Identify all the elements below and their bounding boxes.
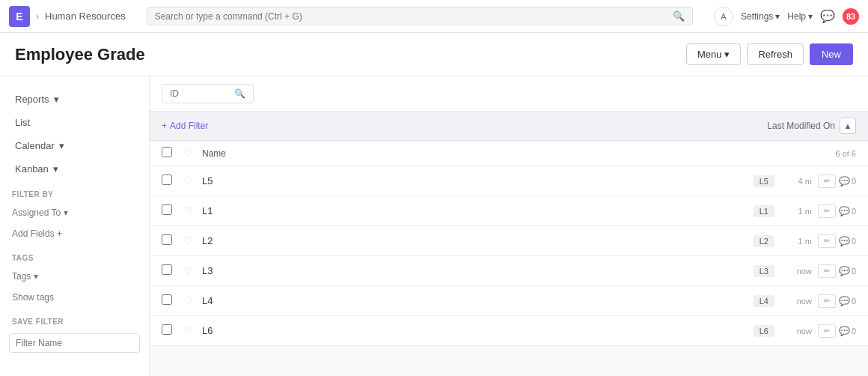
add-filter-row: + Add Filter Last Modified On ▲ [150,112,868,141]
row-edit-button-2[interactable]: ✏ [818,234,836,248]
row-tag-5: L6 [754,325,774,337]
row-checkbox-col-4 [162,294,184,307]
row-name-2[interactable]: L2 [202,235,754,246]
row-fav-icon-5[interactable]: ♡ [184,325,193,336]
sort-button[interactable]: ▲ [840,118,856,134]
row-name-5[interactable]: L6 [202,325,754,336]
row-fav-icon-1[interactable]: ♡ [184,205,193,216]
notification-badge[interactable]: 83 [843,8,859,25]
row-checkbox-3[interactable] [162,264,172,275]
row-edit-button-1[interactable]: ✏ [818,204,836,218]
search-bar[interactable]: 🔍 [147,7,693,25]
row-checkbox-col-2 [162,234,184,247]
menu-button[interactable]: Menu ▾ [686,43,742,65]
new-button[interactable]: New [810,43,853,65]
calendar-chevron-icon: ▾ [59,140,64,151]
row-fav-icon-3[interactable]: ♡ [184,265,193,276]
comment-icon-0: 💬 [839,176,850,187]
app-icon[interactable]: E [9,6,30,27]
settings-button[interactable]: Settings ▾ [741,11,780,22]
add-filter-button[interactable]: + Add Filter [162,121,208,131]
page-title: Employee Grade [15,45,145,64]
comment-count-0: 0 [852,177,856,186]
kanban-label: Kanban [15,163,49,175]
table-row: ♡ L5 L5 4 m ✏ 💬 0 [150,166,868,196]
row-name-0[interactable]: L5 [202,175,754,187]
row-fav-col-3: ♡ [184,265,202,276]
help-button[interactable]: Help ▾ [787,11,813,22]
row-checkbox-0[interactable] [162,175,172,185]
breadcrumb-chevron: › [36,11,39,22]
row-tag-3: L3 [754,265,774,277]
row-actions-4: ✏ 💬 0 [818,294,856,308]
row-edit-button-3[interactable]: ✏ [818,264,836,278]
page-actions: Menu ▾ Refresh New [686,43,853,65]
row-actions-2: ✏ 💬 0 [818,234,856,248]
nav-right-area: A Settings ▾ Help ▾ 💬 83 [714,7,859,26]
row-name-4[interactable]: L4 [202,295,754,306]
refresh-button[interactable]: Refresh [747,43,804,65]
row-checkbox-2[interactable] [162,234,172,245]
table-rows: ♡ L5 L5 4 m ✏ 💬 0 ♡ L1 L1 1 m ✏ 💬 0 [150,166,868,346]
avatar[interactable]: A [714,7,733,26]
table-row: ♡ L3 L3 now ✏ 💬 0 [150,256,868,286]
row-actions-5: ✏ 💬 0 [818,324,856,338]
row-time-2: 1 m [782,237,812,246]
comment-count-5: 0 [852,327,856,336]
row-name-3[interactable]: L3 [202,265,754,276]
row-edit-button-5[interactable]: ✏ [818,324,836,338]
show-tags-link[interactable]: Show tags [0,288,149,307]
row-fav-icon-4[interactable]: ♡ [184,295,193,306]
row-checkbox-4[interactable] [162,294,172,305]
comment-icon-3: 💬 [839,266,850,276]
sidebar-item-reports[interactable]: Reports ▾ [3,88,146,110]
assigned-to-filter[interactable]: Assigned To ▾ [0,203,149,222]
filter-by-section: FILTER BY [0,181,149,201]
chat-icon[interactable]: 💬 [820,9,835,23]
row-fav-icon-2[interactable]: ♡ [184,235,193,246]
main-content: 🔍 + Add Filter Last Modified On ▲ [150,76,868,376]
sidebar-item-list[interactable]: List [3,112,146,133]
row-checkbox-col-5 [162,324,184,337]
row-comment-2: 💬 0 [839,236,856,246]
row-tag-4: L4 [754,295,774,307]
search-input[interactable] [155,11,668,22]
row-fav-col-4: ♡ [184,295,202,306]
row-actions-1: ✏ 💬 0 [818,204,856,218]
row-edit-button-4[interactable]: ✏ [818,294,836,308]
row-edit-button-0[interactable]: ✏ [818,175,836,188]
main-layout: Reports ▾ List Calendar ▾ Kanban ▾ FILTE… [0,76,868,376]
row-fav-col-2: ♡ [184,235,202,246]
row-comment-4: 💬 0 [839,296,856,306]
row-checkbox-5[interactable] [162,324,172,335]
row-comment-0: 💬 0 [839,176,856,187]
sidebar-item-calendar[interactable]: Calendar ▾ [3,135,146,157]
list-label: List [15,117,30,128]
plus-icon: + [162,121,167,131]
table-row: ♡ L1 L1 1 m ✏ 💬 0 [150,196,868,226]
add-fields-button[interactable]: Add Fields + [0,224,149,243]
row-fav-icon-0[interactable]: ♡ [184,175,193,187]
reports-label: Reports [15,94,49,105]
sidebar-item-kanban[interactable]: Kanban ▾ [3,158,146,180]
row-checkbox-col-1 [162,204,184,217]
row-time-4: now [782,297,812,306]
row-actions-0: ✏ 💬 0 [818,175,856,188]
table-header: ♡ Name 6 of 6 [150,141,868,166]
search-icon: 🔍 [673,10,685,22]
assigned-to-chevron-icon: ▾ [64,207,68,218]
id-filter-container[interactable]: 🔍 [162,84,254,103]
row-fav-col-0: ♡ [184,175,202,187]
select-all-checkbox[interactable] [162,147,172,157]
id-filter-input[interactable] [170,88,230,99]
breadcrumb-text: Human Resources [45,10,126,22]
table-area: + Add Filter Last Modified On ▲ ♡ [150,112,868,346]
tags-filter[interactable]: Tags ▾ [0,267,149,286]
row-time-3: now [782,267,812,276]
comment-icon-5: 💬 [839,326,850,336]
row-actions-3: ✏ 💬 0 [818,264,856,278]
row-name-1[interactable]: L1 [202,205,754,216]
row-comment-5: 💬 0 [839,326,856,336]
filter-name-input[interactable] [9,333,140,353]
row-checkbox-1[interactable] [162,204,172,215]
